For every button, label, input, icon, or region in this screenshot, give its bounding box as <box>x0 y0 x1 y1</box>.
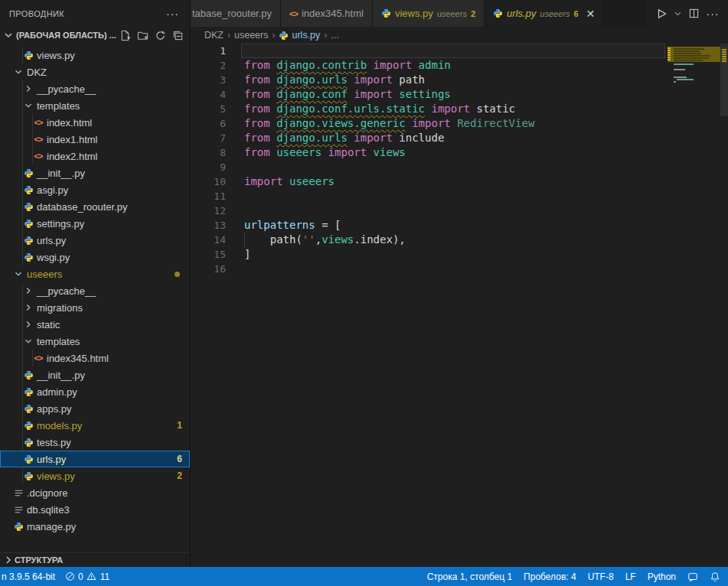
tree-item-admin.py[interactable]: admin.py <box>0 383 190 400</box>
code-line-2[interactable]: 2from django.contrib import admin <box>191 58 728 73</box>
tree-item-manage.py[interactable]: manage.py <box>0 518 190 535</box>
tree-item-views.py[interactable]: views.py2 <box>0 467 190 484</box>
tree-item-__pycache__[interactable]: __pycache__ <box>0 80 190 97</box>
code-line-10[interactable]: 10import useeers <box>191 174 728 189</box>
breadcrumb-item-DKZ[interactable]: DKZ <box>204 30 224 41</box>
refresh-button[interactable] <box>154 29 166 41</box>
python-icon <box>22 219 34 229</box>
tab-urls.py[interactable]: urls.pyuseeers6✕ <box>485 0 604 27</box>
minimap[interactable] <box>668 44 720 158</box>
python-icon <box>22 421 34 431</box>
tree-item-index.html[interactable]: <>index.html <box>0 114 190 131</box>
run-dropdown-button[interactable] <box>672 5 683 22</box>
encoding[interactable]: UTF-8 <box>588 571 614 582</box>
breadcrumb-separator: › <box>272 30 275 41</box>
list-icon <box>12 505 24 515</box>
tree-item-index2.html[interactable]: <>index2.html <box>0 148 190 164</box>
python-icon <box>22 50 34 60</box>
breadcrumb-item-...[interactable]: ... <box>331 30 338 41</box>
breadcrumb-item-useeers[interactable]: useeers <box>234 30 268 41</box>
new-file-button[interactable] <box>119 29 131 41</box>
tree-item-apps.py[interactable]: apps.py <box>0 400 190 417</box>
explorer-more-button[interactable]: ··· <box>166 8 179 20</box>
tree-item-.dcignore[interactable]: .dcignore <box>0 484 190 501</box>
code-line-4[interactable]: 4from django.conf import settings <box>191 87 728 102</box>
run-button[interactable] <box>653 5 670 22</box>
tree-item-static[interactable]: static <box>0 316 190 333</box>
line-number: 1 <box>191 44 226 58</box>
language-mode[interactable]: Python <box>648 571 676 582</box>
notifications-bell-icon[interactable] <box>710 571 720 582</box>
python-interpreter[interactable]: n 3.9.5 64-bit <box>2 571 55 582</box>
problems-indicator[interactable]: 0 11 <box>64 571 109 583</box>
tree-item-database_roouter.py[interactable]: database_roouter.py <box>0 198 190 215</box>
tree-item-DKZ[interactable]: DKZ <box>0 63 190 80</box>
line-number: 6 <box>191 116 226 131</box>
tab-views.py[interactable]: views.pyuseeers2 <box>373 0 485 27</box>
tree-item-urls.py[interactable]: urls.py6 <box>0 451 190 467</box>
error-icon <box>64 571 75 583</box>
line-number: 16 <box>191 262 226 276</box>
eol[interactable]: LF <box>625 571 636 582</box>
line-number: 4 <box>191 87 226 102</box>
scrollbar[interactable] <box>720 44 728 567</box>
outline-section-header[interactable]: СТРУКТУРА <box>0 552 190 567</box>
code-editor[interactable]: 12from django.contrib import admin3from … <box>191 44 728 567</box>
code-line-8[interactable]: 8from useeers import views <box>191 145 728 160</box>
cursor-position[interactable]: Строка 1, столбец 1 <box>427 571 512 582</box>
explorer-header: ПРОВОДНИК ··· <box>0 0 190 27</box>
tree-item-label: __pycache__ <box>37 285 96 297</box>
tree-item-index1.html[interactable]: <>index1.html <box>0 131 190 148</box>
code-line-14[interactable]: 14 path('',views.index), <box>191 233 728 247</box>
tree-item-label: wsgi.py <box>37 252 70 263</box>
code-line-16[interactable]: 16 <box>191 262 728 276</box>
split-editor-button[interactable] <box>685 5 702 22</box>
tree-item-asgi.py[interactable]: asgi.py <box>0 181 190 198</box>
tree-item-wsgi.py[interactable]: wsgi.py <box>0 249 190 265</box>
tree-item-__pycache__[interactable]: __pycache__ <box>0 282 190 299</box>
tree-item-__init__.py[interactable]: __init__.py <box>0 366 190 383</box>
new-folder-button[interactable] <box>136 29 149 41</box>
status-bar: n 3.9.5 64-bit 0 11 Строка 1, столбец 1П… <box>0 567 728 586</box>
code-line-15[interactable]: 15] <box>191 247 728 262</box>
tree-item-db.sqlite3[interactable]: db.sqlite3 <box>0 501 190 518</box>
code-line-11[interactable]: 11 <box>191 189 728 203</box>
tree-item-templates[interactable]: templates <box>0 333 190 350</box>
tree-item-urls.py[interactable]: urls.py <box>0 232 190 249</box>
code-line-7[interactable]: 7from django.urls import include <box>191 131 728 145</box>
code-line-9[interactable]: 9 <box>191 160 728 174</box>
code-line-1[interactable]: 1 <box>191 44 728 58</box>
breadcrumb-item-urls.py[interactable]: urls.py <box>279 30 320 41</box>
tree-item-__init__.py[interactable]: __init__.py <box>0 164 190 181</box>
python-icon <box>22 471 34 481</box>
tree-item-settings.py[interactable]: settings.py <box>0 215 190 232</box>
tab-more-actions-button[interactable]: ··· <box>704 5 721 22</box>
code-line-12[interactable]: 12 <box>191 203 728 218</box>
line-content: from django.views.generic import Redirec… <box>244 116 534 131</box>
collapse-all-button[interactable] <box>171 29 184 41</box>
tree-item-models.py[interactable]: models.py1 <box>0 417 190 434</box>
code-line-3[interactable]: 3from django.urls import path <box>191 73 728 87</box>
python-icon <box>22 387 34 397</box>
close-tab-icon[interactable]: ✕ <box>586 8 596 19</box>
tree-item-index345.html[interactable]: <>index345.html <box>0 350 190 366</box>
status-right: Строка 1, столбец 1Пробелов: 4UTF-8LFPyt… <box>427 571 720 582</box>
line-content: ] <box>244 247 250 262</box>
tab-problem-count: 2 <box>471 9 475 18</box>
tree-item-views.py[interactable]: views.py <box>0 47 190 63</box>
code-line-6[interactable]: 6from django.views.generic import Redire… <box>191 116 728 131</box>
code-line-5[interactable]: 5from django.conf.urls.static import sta… <box>191 102 728 116</box>
feedback-icon[interactable] <box>687 571 698 582</box>
tree-item-useeers[interactable]: useeers <box>0 265 190 282</box>
tree-item-label: index345.html <box>47 353 109 364</box>
python-icon <box>22 454 34 464</box>
workspace-section-header[interactable]: (РАБОЧАЯ ОБЛАСТЬ) ... <box>0 27 190 44</box>
tree-item-templates[interactable]: templates <box>0 97 190 114</box>
tree-item-migrations[interactable]: migrations <box>0 299 190 316</box>
line-number: 12 <box>191 203 226 218</box>
tab-index345.html[interactable]: <>index345.html <box>281 0 373 27</box>
code-line-13[interactable]: 13urlpatterns = [ <box>191 218 728 233</box>
tree-item-tests.py[interactable]: tests.py <box>0 434 190 451</box>
indentation[interactable]: Пробелов: 4 <box>524 571 576 582</box>
tab-tabase_roouter.py[interactable]: tabase_roouter.py <box>191 0 281 27</box>
